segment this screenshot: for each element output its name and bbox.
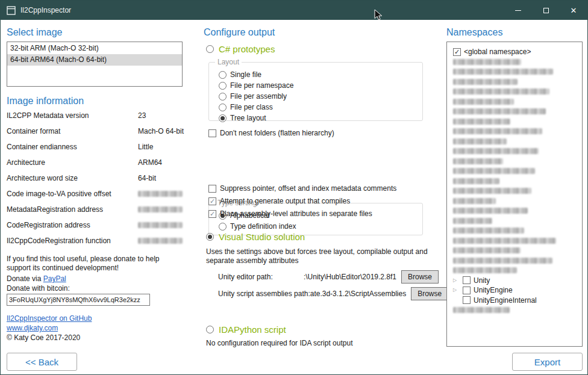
website-link[interactable]: www.djkaty.com [7,324,58,332]
export-button[interactable]: Export [512,353,583,371]
unity-editor-browse-button[interactable]: Browse [401,270,439,284]
paypal-link[interactable]: PayPal [43,274,66,283]
checkbox-icon [208,210,216,218]
radio-icon [219,82,227,90]
namespace-item[interactable] [453,186,578,196]
radio-icon [206,326,214,333]
unity-editor-path-value[interactable]: :\Unity\Hub\Editor\2019.2.8f1 [304,273,396,281]
namespace-item[interactable] [453,67,578,77]
layout-option[interactable]: File per class [219,102,416,112]
namespace-item[interactable] [453,157,578,167]
unity-assemblies-path-row: Unity script assemblies path: ate.3d-3.1… [218,287,439,301]
image-list-item[interactable]: 32-bit ARM (Mach-O 32-bit) [7,43,182,54]
layout-option[interactable]: File per namespace [219,81,416,90]
maximize-button[interactable] [532,1,560,20]
namespace-label: UnityEngine [474,286,513,294]
layout-option[interactable]: File per assembly [219,91,416,101]
namespace-item[interactable]: ▷UnityEngine [453,285,578,296]
image-list[interactable]: 32-bit ARM (Mach-O 32-bit)64-bit ARM64 (… [7,42,183,87]
namespace-item[interactable] [453,77,578,87]
namespace-item[interactable] [453,206,578,216]
redacted-namespace [453,158,503,164]
namespace-item[interactable] [453,107,578,117]
namespace-label: UnityEngineInternal [474,296,537,305]
csharp-prototypes-radio[interactable]: C# prototypes [206,44,275,54]
window-title: Il2CppInspector [20,6,71,14]
namespace-item[interactable] [453,196,578,206]
redacted-namespace [453,148,539,154]
radio-icon [206,45,214,53]
namespace-item[interactable] [453,305,578,315]
redacted-namespace [453,238,556,244]
layout-option[interactable]: Tree layout [219,113,416,123]
namespace-item[interactable] [453,256,578,266]
back-button[interactable]: << Back [7,353,77,371]
layout-option[interactable]: Single file [219,70,416,79]
redacted-namespace [453,218,492,224]
layout-group-caption: Layout [215,58,242,66]
namespace-item[interactable] [453,137,578,147]
info-row: MetadataRegistration address [7,205,183,221]
image-list-item[interactable]: 64-bit ARM64 (Mach-O 64-bit) [7,54,182,66]
namespace-item[interactable] [453,176,578,187]
expander-icon[interactable]: ▷ [453,288,460,293]
checkbox-label: Attempt to generate output that compiles [220,197,350,205]
namespace-item[interactable] [453,246,578,256]
redacted-namespace [453,228,524,234]
close-button[interactable]: ✕ [560,1,587,20]
unity-assemblies-path-value[interactable]: ate.3d-3.1.2\ScriptAssemblies [310,290,406,298]
select-image-panel: Select image 32-bit ARM (Mach-O 32-bit)6… [7,20,183,375]
expander-icon[interactable]: ▷ [453,278,460,283]
redacted-namespace [453,79,518,85]
idapython-radio[interactable]: IDAPython script [206,324,286,335]
bitcoin-address-input[interactable] [7,294,150,306]
namespace-item[interactable] [453,146,578,157]
select-image-heading: Select image [7,27,63,38]
visual-studio-radio[interactable]: Visual Studio solution [206,232,305,242]
output-checkbox[interactable]: Attempt to generate output that compiles [208,196,396,206]
namespace-item[interactable] [453,166,578,176]
redacted-namespace [453,208,528,214]
layout-option-label: Single file [230,70,261,79]
output-checkbox[interactable]: Suppress pointer, offset and index metad… [208,184,396,193]
info-value: ARM64 [138,158,162,167]
flatten-checkbox[interactable]: Don't nest folders (flatten hierarchy) [208,128,334,138]
close-icon: ✕ [571,7,577,14]
idapython-label: IDAPython script [219,324,286,335]
info-label: Container format [7,127,138,135]
donate-text: If you find this tool useful, please don… [7,255,173,273]
checkbox-icon [208,185,216,193]
info-value: 23 [138,111,146,120]
namespace-item[interactable] [453,226,578,236]
title-bar: Il2CppInspector ✕ [1,1,587,20]
redacted-namespace [453,178,499,184]
namespace-item[interactable]: ▷UnityEngineInternal [453,296,578,306]
namespace-item[interactable] [453,97,578,107]
output-checkbox[interactable]: Place assembly-level attributes in separ… [208,209,396,218]
namespace-item[interactable] [453,126,578,137]
radio-icon [219,104,227,111]
namespace-item[interactable] [453,57,578,67]
unity-editor-path-row: Unity editor path: :\Unity\Hub\Editor\20… [218,270,439,284]
checkbox-icon [208,197,216,205]
radio-icon [219,223,227,231]
layout-option-label: File per assembly [230,92,287,101]
namespace-list[interactable]: <global namespace>▷Unity▷UnityEngine▷Uni… [446,42,583,347]
namespace-item[interactable] [453,216,578,226]
namespace-item[interactable] [453,236,578,246]
checkbox-label: Place assembly-level attributes in separ… [220,209,372,218]
namespace-item[interactable] [453,117,578,127]
layout-options: Single fileFile per namespaceFile per as… [219,70,416,123]
redacted-namespace [453,267,517,273]
namespace-item[interactable] [453,87,578,97]
namespace-item[interactable]: ▷Unity [453,276,578,286]
namespace-item[interactable]: <global namespace> [453,47,578,57]
type-sorting-option[interactable]: Type definition index [219,222,416,231]
donate-paypal-prefix: Donate via [7,274,43,283]
layout-option-label: File per class [230,103,273,111]
minimize-button[interactable] [504,1,532,20]
namespace-item[interactable] [453,265,578,276]
github-link[interactable]: Il2CppInspector on GitHub [7,314,92,323]
unity-assemblies-browse-button[interactable]: Browse [411,287,448,300]
donate-bitcoin-label: Donate with bitcoin: [7,284,70,293]
